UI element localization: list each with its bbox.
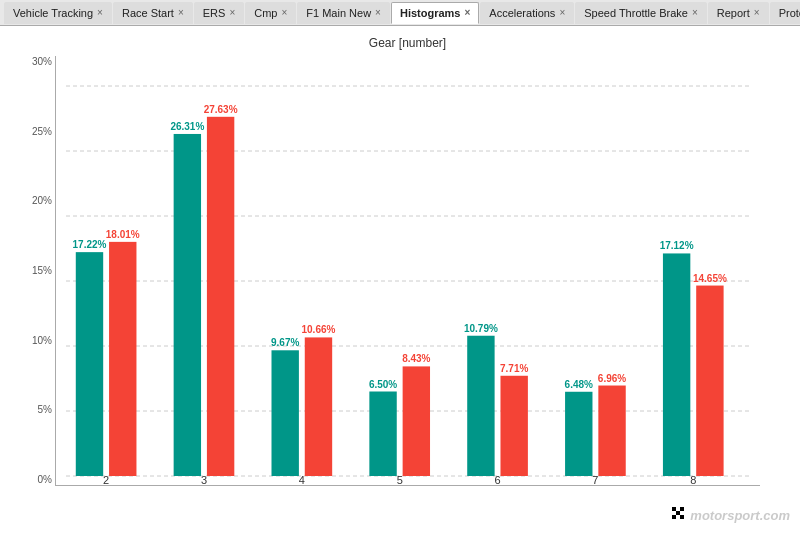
tab-proto[interactable]: Proto× [770,2,800,24]
chart-area: 17.22%18.01%226.31%27.63%39.67%10.66%46.… [55,56,760,486]
tab-close-icon[interactable]: × [464,7,470,18]
tab-speed-throttle-brake[interactable]: Speed Throttle Brake× [575,2,707,24]
svg-rect-10 [672,511,676,515]
teal-bar-gear-3 [174,134,201,476]
red-bar-gear-5 [403,366,430,476]
tab-close-icon[interactable]: × [375,7,381,18]
checkered-flag-icon [672,507,688,523]
svg-rect-8 [676,507,680,511]
tab-close-icon[interactable]: × [281,7,287,18]
red-bar-gear-6 [500,376,527,476]
y-label-30: 30% [4,56,52,67]
watermark-text: motorsport.com [690,508,790,523]
tab-label: Speed Throttle Brake [584,7,688,19]
teal-bar-gear-5 [369,392,396,477]
red-label-gear-2: 18.01% [106,229,140,240]
y-label-25: 25% [4,126,52,137]
tab-close-icon[interactable]: × [97,7,103,18]
tab-cmp[interactable]: Cmp× [245,2,296,24]
tab-race-start[interactable]: Race Start× [113,2,193,24]
x-label-gear-7: 7 [592,474,598,485]
teal-bar-gear-6 [467,336,494,476]
tab-label: Cmp [254,7,277,19]
red-bar-gear-3 [207,117,234,476]
watermark: motorsport.com [672,507,790,523]
teal-label-gear-3: 26.31% [170,121,204,132]
svg-rect-7 [672,507,676,511]
x-label-gear-6: 6 [494,474,500,485]
tab-report[interactable]: Report× [708,2,769,24]
tab-bar: Vehicle Tracking×Race Start×ERS×Cmp×F1 M… [0,0,800,26]
chart-title: Gear [number] [55,36,760,50]
teal-bar-gear-8 [663,253,690,476]
chart-container: Gear [number] 17.22%18.01%226.31%27.63%3… [0,26,800,533]
tab-f1-main-new[interactable]: F1 Main New× [297,2,390,24]
teal-label-gear-4: 9.67% [271,337,299,348]
tab-label: ERS [203,7,226,19]
teal-bar-gear-7 [565,392,592,476]
x-label-gear-2: 2 [103,474,109,485]
svg-rect-12 [680,511,684,515]
y-label-0: 0% [4,474,52,485]
x-label-gear-3: 3 [201,474,207,485]
red-label-gear-5: 8.43% [402,353,430,364]
teal-label-gear-5: 6.50% [369,379,397,390]
tab-close-icon[interactable]: × [229,7,235,18]
tab-vehicle-tracking[interactable]: Vehicle Tracking× [4,2,112,24]
tab-label: Vehicle Tracking [13,7,93,19]
red-bar-gear-2 [109,242,136,476]
y-label-20: 20% [4,195,52,206]
tab-close-icon[interactable]: × [559,7,565,18]
red-bar-gear-8 [696,286,723,476]
svg-rect-13 [672,515,676,519]
teal-bar-gear-2 [76,252,103,476]
svg-rect-11 [676,511,680,515]
svg-rect-15 [680,515,684,519]
x-label-gear-8: 8 [690,474,696,485]
red-label-gear-4: 10.66% [302,324,336,335]
red-bar-gear-7 [598,386,625,476]
y-label-5: 5% [4,404,52,415]
tab-label: Histograms [400,7,461,19]
y-axis-labels: 30%25%20%15%10%5%0% [4,56,52,485]
tab-label: Race Start [122,7,174,19]
teal-bar-gear-4 [272,350,299,476]
tab-accelerations[interactable]: Accelerations× [480,2,574,24]
red-label-gear-8: 14.65% [693,273,727,284]
y-label-15: 15% [4,265,52,276]
tab-close-icon[interactable]: × [754,7,760,18]
teal-label-gear-8: 17.12% [660,240,694,251]
tab-close-icon[interactable]: × [692,7,698,18]
teal-label-gear-6: 10.79% [464,323,498,334]
y-label-10: 10% [4,335,52,346]
tab-close-icon[interactable]: × [178,7,184,18]
tab-label: F1 Main New [306,7,371,19]
tab-label: Proto [779,7,800,19]
chart-svg: 17.22%18.01%226.31%27.63%39.67%10.66%46.… [56,56,760,485]
svg-rect-14 [676,515,680,519]
tab-ers[interactable]: ERS× [194,2,244,24]
tab-label: Report [717,7,750,19]
x-label-gear-5: 5 [397,474,403,485]
tab-label: Accelerations [489,7,555,19]
svg-rect-9 [680,507,684,511]
red-label-gear-6: 7.71% [500,363,528,374]
x-label-gear-4: 4 [299,474,305,485]
tab-histograms[interactable]: Histograms× [391,2,479,24]
teal-label-gear-7: 6.48% [565,379,593,390]
red-label-gear-3: 27.63% [204,104,238,115]
red-bar-gear-4 [305,337,332,476]
teal-label-gear-2: 17.22% [73,239,107,250]
red-label-gear-7: 6.96% [598,373,626,384]
